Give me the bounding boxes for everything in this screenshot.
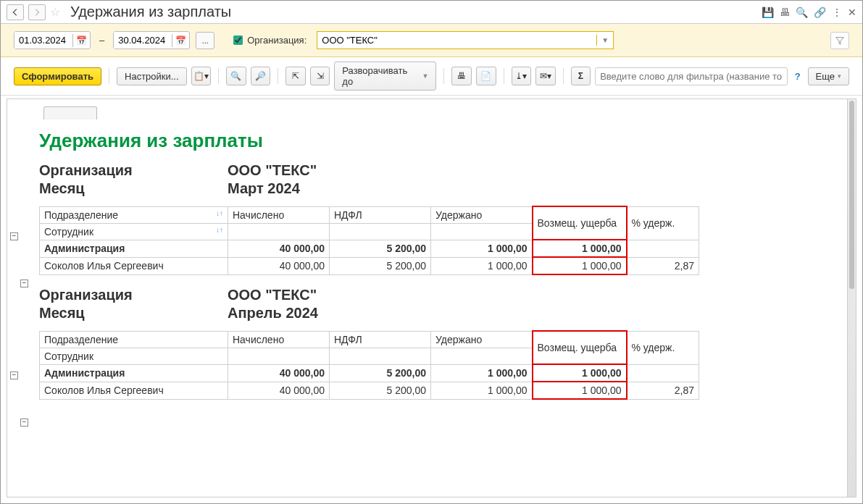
cell-damage: 1 000,00 xyxy=(533,257,627,274)
data-table: Подразделение↓↑ Начислено НДФЛ Удержано … xyxy=(39,206,699,275)
report-title: Удержания из зарплаты xyxy=(39,130,838,152)
col-damage: Возмещ. ущерба xyxy=(533,331,627,364)
data-table: Подразделение Начислено НДФЛ Удержано Во… xyxy=(39,330,699,400)
col-percent: % удерж. xyxy=(627,331,699,364)
col-employee: Сотрудник xyxy=(40,348,228,364)
table-row: Соколов Илья Сергеевич 40 000,00 5 200,0… xyxy=(40,382,699,399)
col-dept: Подразделение xyxy=(40,331,228,348)
expand-to-label: Разворачивать до xyxy=(342,65,419,87)
report-area: − − − − Удержания из зарплаты Организаци… xyxy=(7,98,856,497)
org-field[interactable]: ▼ xyxy=(317,31,614,49)
preview-icon[interactable]: 🔍 xyxy=(796,7,808,18)
date-from-field[interactable]: 📅 xyxy=(14,31,91,49)
sum-button[interactable]: Σ xyxy=(571,67,591,85)
meta-org-label: Организация xyxy=(39,162,228,179)
favorite-icon[interactable]: ☆ xyxy=(50,5,60,19)
period-picker-button[interactable]: ... xyxy=(196,32,214,49)
find-button[interactable]: 🔍 xyxy=(226,67,246,85)
org-input[interactable] xyxy=(317,32,596,49)
col-ndfl: НДФЛ xyxy=(330,206,431,223)
col-ndfl: НДФЛ xyxy=(330,331,431,348)
cell-damage: 1 000,00 xyxy=(533,382,627,399)
cell-ndfl: 5 200,00 xyxy=(330,382,431,399)
help-icon[interactable]: ? xyxy=(792,71,804,82)
cell-ndfl: 5 200,00 xyxy=(330,257,431,274)
col-accrued: Начислено xyxy=(228,331,330,348)
sheet-tab[interactable] xyxy=(43,106,97,119)
toolbar: Сформировать Настройки... 📋▾ 🔍 🔎 ⇱ ⇲ Раз… xyxy=(1,57,862,96)
generate-button[interactable]: Сформировать xyxy=(14,67,101,85)
filter-bar: 📅 – 📅 ... Организация: ▼ xyxy=(1,24,862,57)
cell-percent: 2,87 xyxy=(627,382,699,399)
cell-accrued: 40 000,00 xyxy=(228,240,330,257)
back-button[interactable] xyxy=(7,4,24,20)
col-withheld: Удержано xyxy=(431,206,533,223)
link-icon[interactable]: 🔗 xyxy=(814,7,826,18)
chevron-down-icon[interactable]: ▼ xyxy=(596,35,613,46)
email-button[interactable]: ✉▾ xyxy=(535,67,556,85)
table-row: Соколов Илья Сергеевич 40 000,00 5 200,0… xyxy=(40,257,699,274)
org-filter: Организация: xyxy=(233,35,307,46)
cell-percent xyxy=(627,240,699,257)
meta-month-label: Месяц xyxy=(39,180,228,197)
paste-settings-button[interactable]: 📋▾ xyxy=(191,67,212,85)
meta-month-value: Апрель 2024 xyxy=(228,305,318,322)
print-button[interactable]: 🖶 xyxy=(451,67,472,85)
table-row: Администрация 40 000,00 5 200,00 1 000,0… xyxy=(40,364,699,382)
table-row: Администрация 40 000,00 5 200,00 1 000,0… xyxy=(40,240,699,257)
meta-org-value: ООО "ТЕКС" xyxy=(228,162,317,179)
more-button[interactable]: Еще ▾ xyxy=(808,67,849,85)
col-withheld: Удержано xyxy=(431,331,533,348)
collapse-toggle[interactable]: − xyxy=(10,232,18,240)
cell-damage: 1 000,00 xyxy=(533,364,627,382)
cell-ndfl: 5 200,00 xyxy=(330,240,431,257)
col-employee: Сотрудник↓↑ xyxy=(40,223,228,240)
expand-button[interactable]: ⇲ xyxy=(310,67,330,85)
collapse-toggle[interactable]: − xyxy=(20,280,28,287)
cell-accrued: 40 000,00 xyxy=(228,257,330,274)
cell-withheld: 1 000,00 xyxy=(431,240,533,257)
scrollbar[interactable] xyxy=(847,99,856,497)
meta-month-value: Март 2024 xyxy=(228,180,300,197)
date-from-input[interactable] xyxy=(14,32,72,49)
col-damage: Возмещ. ущерба xyxy=(533,206,627,240)
header-actions: 💾 🖶 🔍 🔗 ⋮ ✕ xyxy=(762,7,856,18)
collapse-button[interactable]: ⇱ xyxy=(285,67,306,85)
collapse-rail: − − − − xyxy=(10,121,39,427)
cell-dept: Администрация xyxy=(40,364,228,382)
col-accrued: Начислено xyxy=(228,206,330,223)
forward-button[interactable] xyxy=(28,4,46,20)
cell-damage: 1 000,00 xyxy=(533,240,627,257)
cell-accrued: 40 000,00 xyxy=(228,364,330,382)
page-setup-button[interactable]: 📄 xyxy=(476,67,496,85)
kebab-icon[interactable]: ⋮ xyxy=(832,7,842,18)
filter-input[interactable] xyxy=(595,67,788,85)
calendar-icon[interactable]: 📅 xyxy=(72,34,90,47)
sort-icon[interactable]: ↓↑ xyxy=(216,209,223,217)
cell-withheld: 1 000,00 xyxy=(431,382,533,399)
close-icon[interactable]: ✕ xyxy=(848,7,856,18)
date-to-field[interactable]: 📅 xyxy=(113,31,190,49)
col-dept: Подразделение↓↑ xyxy=(40,206,228,223)
calendar-icon[interactable]: 📅 xyxy=(172,34,189,47)
cell-percent: 2,87 xyxy=(627,257,699,274)
org-checkbox[interactable] xyxy=(233,35,243,45)
save-as-button[interactable]: ⤓▾ xyxy=(512,67,532,85)
cell-withheld: 1 000,00 xyxy=(431,257,533,274)
title-bar: ☆ Удержания из зарплаты 💾 🖶 🔍 🔗 ⋮ ✕ xyxy=(1,1,862,24)
filter-button[interactable] xyxy=(830,32,849,49)
save-icon[interactable]: 💾 xyxy=(762,7,774,18)
cell-withheld: 1 000,00 xyxy=(431,364,533,382)
find-next-button[interactable]: 🔎 xyxy=(251,67,271,85)
date-to-input[interactable] xyxy=(114,32,172,49)
date-dash: – xyxy=(99,35,104,46)
collapse-toggle[interactable]: − xyxy=(10,371,18,379)
meta-month-label: Месяц xyxy=(39,305,228,322)
expand-to-button[interactable]: Разворачивать до ▼ xyxy=(334,62,436,91)
more-label: Еще xyxy=(816,71,835,82)
print-icon[interactable]: 🖶 xyxy=(780,7,790,18)
cell-dept: Соколов Илья Сергеевич xyxy=(40,257,228,274)
settings-button[interactable]: Настройки... xyxy=(117,67,187,85)
sort-icon[interactable]: ↓↑ xyxy=(216,226,223,234)
collapse-toggle[interactable]: − xyxy=(20,419,28,427)
